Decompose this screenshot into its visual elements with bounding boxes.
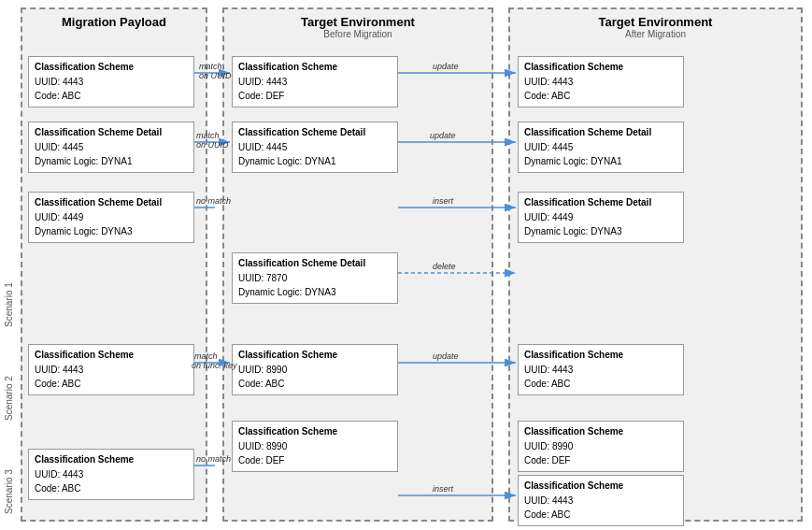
scenario2-label: Scenario 2: [4, 346, 14, 421]
s1-right-cs-card: Classification Scheme UUID: 4443 Code: A…: [518, 56, 684, 107]
scenario3-label: Scenario 3: [4, 430, 14, 514]
s3-right-cs1-card: Classification Scheme UUID: 8990 Code: D…: [518, 421, 684, 472]
s2-left-cs-card: Classification Scheme UUID: 4443 Code: A…: [28, 344, 194, 395]
s3-mid-cs1-card: Classification Scheme UUID: 8990 Code: D…: [232, 421, 398, 472]
s3-left-cs-card: Classification Scheme UUID: 4443 Code: A…: [28, 449, 194, 500]
s2-right-cs-card: Classification Scheme UUID: 4443 Code: A…: [518, 344, 684, 395]
col-mid-subtitle: Before Migration: [224, 29, 491, 39]
s1-right-csd2-card: Classification Scheme Detail UUID: 4449 …: [518, 192, 684, 243]
s1-mid-cs-card: Classification Scheme UUID: 4443 Code: D…: [232, 56, 398, 107]
col-right-subtitle: After Migration: [510, 29, 801, 39]
s1-right-csd1-card: Classification Scheme Detail UUID: 4445 …: [518, 122, 684, 173]
col-right-title: Target Environment: [510, 15, 801, 29]
col-mid-title: Target Environment: [224, 15, 491, 29]
s1-left-cs-card: Classification Scheme UUID: 4443 Code: A…: [28, 56, 194, 107]
diagram: Migration Payload Target Environment Bef…: [0, 0, 812, 530]
s1-mid-csd2-card: Classification Scheme Detail UUID: 7870 …: [232, 252, 398, 304]
scenario1-label: Scenario 1: [4, 122, 14, 327]
s1-left-csd1-card: Classification Scheme Detail UUID: 4445 …: [28, 122, 194, 173]
s2-mid-cs-card: Classification Scheme UUID: 8990 Code: A…: [232, 344, 398, 395]
s3-right-cs2-card: Classification Scheme UUID: 4443 Code: A…: [518, 475, 684, 526]
col-left-title: Migration Payload: [22, 15, 206, 29]
s1-left-csd2-card: Classification Scheme Detail UUID: 4449 …: [28, 192, 194, 243]
s1-mid-csd1-card: Classification Scheme Detail UUID: 4445 …: [232, 122, 398, 173]
